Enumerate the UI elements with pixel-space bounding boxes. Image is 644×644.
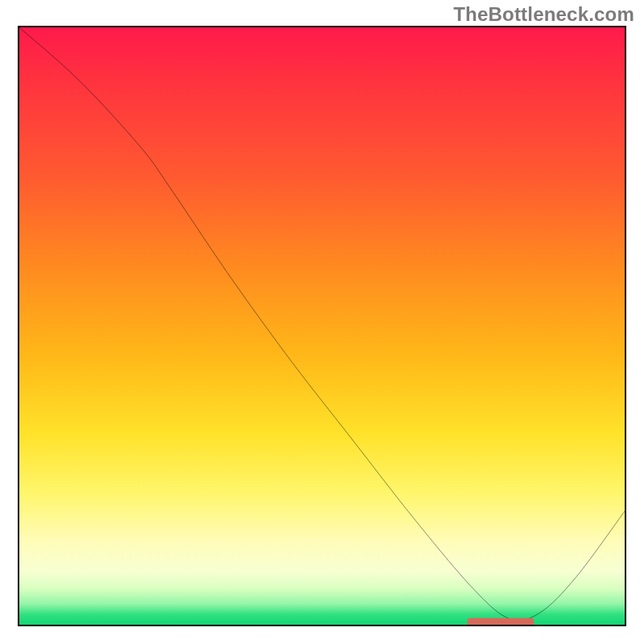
chart-stage: TheBottleneck.com <box>0 0 644 644</box>
watermark-text: TheBottleneck.com <box>453 3 634 26</box>
bottleneck-curve <box>19 27 625 625</box>
plot-area <box>18 26 626 626</box>
